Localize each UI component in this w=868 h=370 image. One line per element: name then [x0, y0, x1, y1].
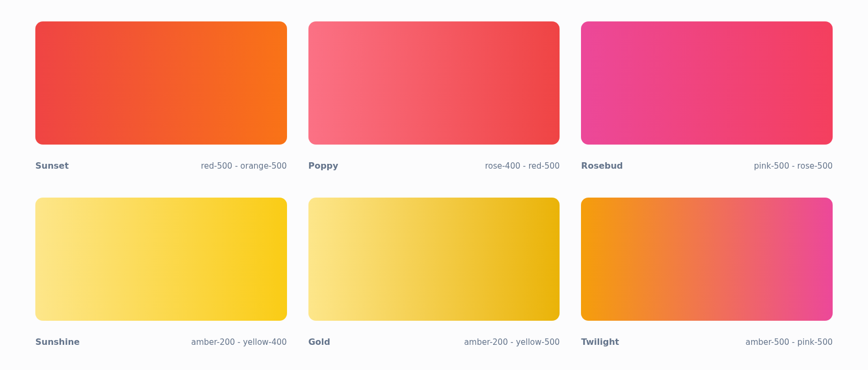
gradient-meta: Poppy rose-400 - red-500 [308, 161, 560, 171]
gradient-swatch-gold [308, 198, 560, 321]
gradient-name: Sunset [35, 161, 69, 171]
gradient-name: Poppy [308, 161, 338, 171]
gradient-name: Twilight [581, 337, 619, 347]
gradient-colors: amber-500 - pink-500 [745, 337, 833, 347]
gradient-swatch-poppy [308, 21, 560, 145]
gradient-meta: Sunset red-500 - orange-500 [35, 161, 287, 171]
gradient-name: Gold [308, 337, 330, 347]
gradient-meta: Gold amber-200 - yellow-500 [308, 337, 560, 347]
gradient-name: Rosebud [581, 161, 623, 171]
gradient-grid: Sunset red-500 - orange-500 Poppy rose-4… [35, 21, 833, 347]
gradient-swatch-twilight [581, 198, 833, 321]
gradient-card: Twilight amber-500 - pink-500 [581, 198, 833, 347]
gradient-card: Rosebud pink-500 - rose-500 [581, 21, 833, 171]
gradient-card: Sunset red-500 - orange-500 [35, 21, 287, 171]
gradient-swatch-sunset [35, 21, 287, 145]
gradient-name: Sunshine [35, 337, 80, 347]
gradient-colors: amber-200 - yellow-500 [464, 337, 560, 347]
gradient-swatch-rosebud [581, 21, 833, 145]
gradient-card: Gold amber-200 - yellow-500 [308, 198, 560, 347]
gradient-meta: Rosebud pink-500 - rose-500 [581, 161, 833, 171]
gradient-colors: red-500 - orange-500 [201, 161, 286, 171]
gradient-card: Sunshine amber-200 - yellow-400 [35, 198, 287, 347]
gradient-meta: Sunshine amber-200 - yellow-400 [35, 337, 287, 347]
gradient-swatch-sunshine [35, 198, 287, 321]
gradient-meta: Twilight amber-500 - pink-500 [581, 337, 833, 347]
gradient-colors: amber-200 - yellow-400 [191, 337, 287, 347]
gradient-card: Poppy rose-400 - red-500 [308, 21, 560, 171]
gradient-colors: pink-500 - rose-500 [754, 161, 833, 171]
gradient-colors: rose-400 - red-500 [485, 161, 560, 171]
